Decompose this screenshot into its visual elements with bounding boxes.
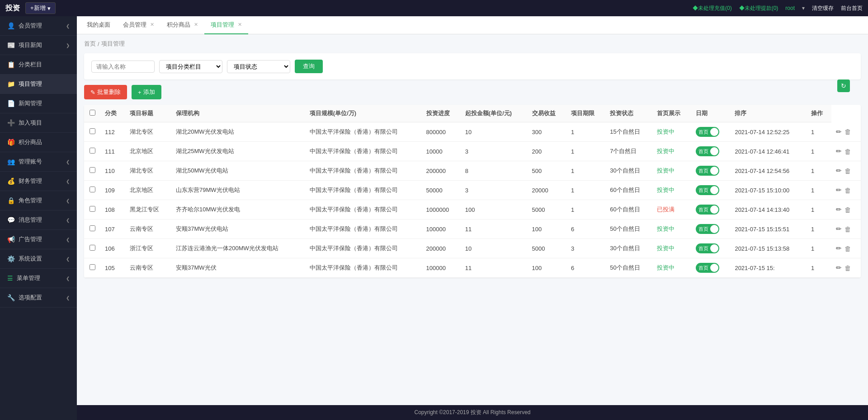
delete-button[interactable]: 🗑 (844, 206, 851, 214)
row-checkbox-cell[interactable] (84, 181, 100, 200)
row-category: 黑龙江专区 (125, 200, 171, 219)
select-all-checkbox[interactable] (90, 110, 95, 116)
tab-close-icon[interactable]: ✕ (194, 22, 198, 28)
row-checkbox-cell[interactable] (84, 200, 100, 219)
sidebar-item-finance[interactable]: 💰 财务管理 ❮ (0, 172, 77, 191)
sidebar-item-admin-accounts[interactable]: 👥 管理账号 ❮ (0, 152, 77, 172)
delete-button[interactable]: 🗑 (844, 148, 851, 155)
edit-button[interactable]: ✏ (836, 186, 842, 194)
row-ops: ✏ 🗑 (831, 142, 861, 161)
batch-delete-button[interactable]: ✎ 批量删除 (84, 85, 127, 99)
name-filter-input[interactable] (91, 61, 155, 73)
query-button[interactable]: 查询 (295, 60, 323, 73)
status-filter-select[interactable]: 项目状态 投资中 已投满 (227, 60, 290, 73)
tab-close-icon[interactable]: ✕ (238, 22, 242, 28)
row-checkbox-cell[interactable] (84, 122, 100, 142)
homepage-toggle[interactable]: 首页 (696, 185, 719, 195)
sidebar-item-options[interactable]: 🔧 选项配置 ❮ (0, 288, 77, 308)
delete-button[interactable]: 🗑 (844, 167, 851, 175)
new-btn[interactable]: +新增 ▾ (25, 2, 56, 14)
row-checkbox[interactable] (90, 128, 95, 134)
row-checkbox[interactable] (90, 206, 95, 212)
sidebar-item-messages[interactable]: 💬 消息管理 ❮ (0, 210, 77, 230)
sidebar-item-categories[interactable]: 📋 分类栏目 (0, 55, 77, 75)
row-homepage[interactable]: 首页 (691, 239, 730, 258)
row-scale: 50000 (422, 181, 461, 200)
add-button[interactable]: + 添加 (132, 85, 161, 99)
delete-button[interactable]: 🗑 (844, 245, 851, 252)
row-homepage[interactable]: 首页 (691, 258, 730, 278)
toggle-label: 首页 (698, 206, 708, 213)
homepage-toggle[interactable]: 首页 (696, 127, 719, 137)
alert-recharge[interactable]: ◆未处理充值(0) (693, 5, 732, 12)
refresh-button[interactable]: ↻ (837, 79, 850, 92)
category-filter-select[interactable]: 项目分类栏目 (159, 60, 222, 73)
row-checkbox-cell[interactable] (84, 239, 100, 258)
homepage-toggle[interactable]: 首页 (696, 146, 719, 156)
sidebar-item-points-goods[interactable]: 🎁 积分商品 (0, 133, 77, 152)
row-checkbox[interactable] (90, 167, 95, 173)
delete-button[interactable]: 🗑 (844, 187, 851, 194)
edit-button[interactable]: ✏ (836, 205, 842, 214)
edit-button[interactable]: ✏ (836, 225, 842, 233)
sidebar-item-news-mgmt[interactable]: 📄 新闻管理 (0, 94, 77, 113)
delete-button[interactable]: 🗑 (844, 225, 851, 233)
row-checkbox[interactable] (90, 245, 95, 251)
tab-desktop[interactable]: 我的桌面 (80, 16, 117, 34)
sidebar-item-ads[interactable]: 📢 广告管理 ❮ (0, 230, 77, 249)
row-checkbox[interactable] (90, 264, 95, 270)
sidebar-item-menus[interactable]: ☰ 菜单管理 ❮ (0, 269, 77, 288)
clear-cache-btn[interactable]: 清空缓存 (812, 5, 834, 12)
tab-project-management[interactable]: 项目管理 ✕ (204, 16, 248, 34)
edit-button[interactable]: ✏ (836, 167, 842, 175)
homepage-toggle[interactable]: 首页 (696, 224, 719, 234)
edit-button[interactable]: ✏ (836, 264, 842, 272)
menus-icon: ☰ (7, 275, 13, 282)
categories-icon: 📋 (7, 61, 15, 68)
homepage-toggle[interactable]: 首页 (696, 166, 719, 176)
tab-members[interactable]: 会员管理 ✕ (117, 16, 160, 34)
sidebar-item-project-news[interactable]: 📰 项目新闻 ❯ (0, 36, 77, 55)
homepage-toggle[interactable]: 首页 (696, 205, 719, 215)
row-min-invest: 100 (528, 258, 566, 278)
delete-button[interactable]: 🗑 (844, 128, 851, 135)
edit-button[interactable]: ✏ (836, 128, 842, 136)
homepage-toggle[interactable]: 首页 (696, 263, 719, 273)
row-checkbox-cell[interactable] (84, 142, 100, 161)
sidebar-item-settings[interactable]: ⚙️ 系统设置 ❮ (0, 249, 77, 269)
row-homepage[interactable]: 首页 (691, 219, 730, 239)
row-checkbox-cell[interactable] (84, 258, 100, 278)
tabs-bar: 我的桌面 会员管理 ✕ 积分商品 ✕ 项目管理 ✕ (77, 16, 868, 34)
delete-button[interactable]: 🗑 (844, 264, 851, 272)
row-checkbox-cell[interactable] (84, 161, 100, 181)
edit-button[interactable]: ✏ (836, 147, 842, 155)
row-homepage[interactable]: 首页 (691, 122, 730, 142)
row-checkbox-cell[interactable] (84, 219, 100, 239)
edit-button[interactable]: ✏ (836, 244, 842, 252)
toggle-label: 首页 (698, 226, 708, 233)
admin-accounts-icon: 👥 (7, 158, 15, 165)
row-homepage[interactable]: 首页 (691, 181, 730, 200)
row-checkbox[interactable] (90, 148, 95, 154)
sidebar-item-roles[interactable]: 🔒 角色管理 ❮ (0, 191, 77, 210)
select-all-header[interactable] (84, 105, 100, 122)
sidebar-item-join-project[interactable]: ➕ 加入项目 (0, 113, 77, 133)
row-checkbox[interactable] (90, 225, 95, 231)
frontend-home-btn[interactable]: 前台首页 (841, 5, 863, 12)
row-id: 110 (100, 161, 125, 181)
row-homepage[interactable]: 首页 (691, 161, 730, 181)
tab-close-icon[interactable]: ✕ (150, 22, 154, 28)
row-checkbox[interactable] (90, 187, 95, 192)
row-scale: 200000 (422, 239, 461, 258)
row-homepage[interactable]: 首页 (691, 142, 730, 161)
col-progress: 起投金额(单位/元) (461, 105, 528, 122)
tab-points-goods[interactable]: 积分商品 ✕ (160, 16, 204, 34)
sidebar-item-members[interactable]: 👤 会员管理 ❮ (0, 16, 77, 36)
sidebar-item-project-management[interactable]: 📁 项目管理 (0, 75, 77, 94)
row-status: 投资中 (652, 122, 691, 142)
homepage-toggle[interactable]: 首页 (696, 243, 719, 253)
page-wrapper: 首页 / 项目管理 ↻ 项目分类栏目 项目状态 投资中 已投满 查询 ✎ 批量删… (77, 34, 868, 405)
breadcrumb-home[interactable]: 首页 (84, 40, 96, 48)
alert-withdraw[interactable]: ◆未处理提款(0) (739, 5, 778, 12)
row-homepage[interactable]: 首页 (691, 200, 730, 219)
